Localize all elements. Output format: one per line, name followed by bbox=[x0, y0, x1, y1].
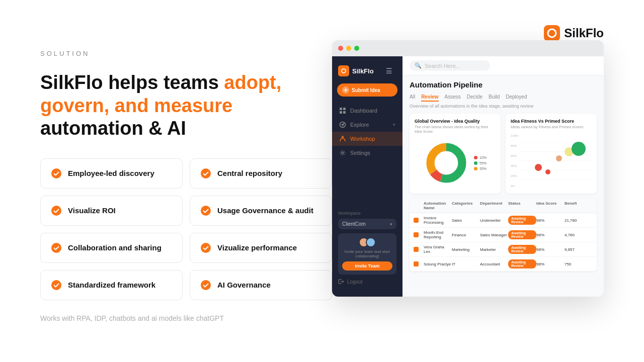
tab-all[interactable]: All bbox=[410, 93, 415, 102]
invite-team-button[interactable]: Invite Team bbox=[342, 261, 392, 270]
sidebar-bottom: Workspace ClientCom ▾ Invite your team a… bbox=[332, 205, 403, 291]
check-icon-viz-perf bbox=[200, 242, 211, 253]
donut-chart: 10% 55% 35% bbox=[415, 138, 496, 188]
svg-point-3 bbox=[51, 206, 61, 216]
sidebar-item-label-dashboard: Dashboard bbox=[350, 108, 377, 114]
status-badge-row2: Awaiting Review bbox=[508, 230, 536, 239]
chart-quality-subtitle: The chart below shows ideas sorted by th… bbox=[415, 125, 496, 134]
th-score: Idea Score bbox=[536, 201, 565, 210]
feature-card-governance: Usage Governance & audit bbox=[190, 196, 332, 226]
row3-benefit: 9,857 bbox=[565, 247, 593, 252]
app-mockup: SilkFlo ☰ Submit Idea Dashboard bbox=[332, 40, 604, 322]
features-grid: Employee-led discovery Central repositor… bbox=[40, 158, 332, 300]
legend-item-red: 10% bbox=[474, 156, 487, 159]
logout-item[interactable]: Logout bbox=[338, 275, 396, 285]
row4-dept: Accountant bbox=[480, 262, 508, 266]
feature-card-employee-led: Employee-led discovery bbox=[40, 158, 183, 189]
row4-benefit: 750 bbox=[565, 262, 593, 266]
sidebar-item-dashboard[interactable]: Dashboard bbox=[332, 104, 403, 118]
row1-status: Awaiting Review bbox=[508, 216, 536, 225]
sidebar-item-explore[interactable]: Explore ▾ bbox=[332, 118, 403, 132]
row1-benefit: 21,780 bbox=[565, 218, 593, 223]
row3-check[interactable] bbox=[414, 247, 424, 252]
feature-label-viz-perf: Vizualize performance bbox=[217, 243, 297, 252]
sidebar-menu-icon[interactable]: ☰ bbox=[386, 67, 396, 75]
tab-decide[interactable]: Decide bbox=[467, 93, 482, 102]
headline-normal: SilkFlo helps teams bbox=[40, 72, 224, 93]
chart-card-quality: Global Overview - Idea Quality The chart… bbox=[410, 114, 501, 194]
svg-point-4 bbox=[201, 206, 211, 216]
brand-name: SilkFlo bbox=[564, 26, 604, 40]
scatter-dot-5 bbox=[572, 142, 586, 156]
invite-section: Invite your team and start collaborating… bbox=[338, 233, 396, 275]
sidebar-item-workshop[interactable]: Workshop bbox=[332, 132, 403, 146]
charts-row: Global Overview - Idea Quality The chart… bbox=[410, 114, 597, 194]
main-content: Automation Pipeline All Review Assess De… bbox=[403, 75, 604, 297]
browser-window: SilkFlo ☰ Submit Idea Dashboard bbox=[332, 40, 604, 297]
feature-label-standardized: Standardized framework bbox=[68, 281, 155, 289]
row2-dept: Sales Manager bbox=[480, 233, 508, 237]
feature-card-ai-gov: AI Governance bbox=[190, 270, 332, 300]
svg-point-14 bbox=[342, 136, 344, 138]
y-label-20: 20% bbox=[511, 174, 518, 177]
app-topbar: 🔍 Search Here... bbox=[403, 56, 604, 75]
svg-rect-12 bbox=[343, 111, 346, 114]
workspace-selector[interactable]: ClientCom ▾ bbox=[338, 219, 396, 229]
tab-build[interactable]: Build bbox=[489, 93, 500, 102]
scatter-dot-2 bbox=[545, 169, 550, 174]
row4-status: Awaiting Review bbox=[508, 259, 536, 268]
feature-card-viz-perf: Vizualize performance bbox=[190, 233, 332, 263]
legend-dot-red bbox=[474, 156, 477, 159]
workspace-name: ClientCom bbox=[342, 221, 366, 227]
row4-cat: IT bbox=[452, 262, 480, 266]
sidebar-item-label-workshop: Workshop bbox=[350, 136, 375, 142]
row2-name: Month-End Reporting bbox=[424, 230, 452, 239]
sidebar-item-label-settings: Settings bbox=[350, 150, 370, 156]
row2-check[interactable] bbox=[414, 232, 424, 237]
tab-assess[interactable]: Assess bbox=[445, 93, 461, 102]
svg-rect-0 bbox=[544, 25, 560, 41]
table-header: Automation Name Categories Department St… bbox=[410, 199, 597, 213]
sidebar-logo: SilkFlo ☰ bbox=[332, 62, 403, 83]
browser-dot-yellow bbox=[346, 46, 351, 51]
pipeline-tabs: All Review Assess Decide Build Deployed bbox=[410, 93, 597, 102]
feature-card-collab: Collaboration and sharing bbox=[40, 233, 183, 263]
svg-rect-11 bbox=[340, 111, 342, 114]
th-status: Status bbox=[508, 201, 536, 210]
check-icon-central bbox=[200, 168, 211, 179]
avatar-2 bbox=[366, 237, 376, 247]
table-row: Solung Practye IT Accountant Awaiting Re… bbox=[410, 257, 597, 272]
row1-dept: Underwriter bbox=[480, 218, 508, 223]
sidebar-item-settings[interactable]: Settings bbox=[332, 146, 403, 160]
sidebar-logo-icon bbox=[338, 65, 349, 76]
search-bar[interactable]: 🔍 Search Here... bbox=[410, 60, 490, 71]
row4-name: Solung Practye bbox=[424, 262, 452, 266]
y-label-80: 80% bbox=[511, 144, 518, 147]
row3-name: Vera Graha Les bbox=[424, 245, 452, 254]
svg-point-6 bbox=[201, 243, 211, 253]
submit-plus-icon bbox=[342, 86, 349, 94]
left-panel: SOLUTION SilkFlo helps teams adopt, gove… bbox=[40, 40, 332, 322]
row1-check[interactable] bbox=[414, 218, 424, 223]
browser-bar bbox=[332, 40, 604, 56]
table-row: Vera Graha Les Marketing Marketer Awaiti… bbox=[410, 242, 597, 257]
y-label-60: 60% bbox=[511, 154, 518, 157]
row2-benefit: 4,760 bbox=[565, 233, 593, 237]
browser-dot-red bbox=[338, 46, 343, 51]
logout-label: Logout bbox=[347, 279, 363, 285]
svg-point-15 bbox=[342, 152, 344, 154]
chart-quality-title: Global Overview - Idea Quality bbox=[415, 119, 496, 124]
app-sidebar: SilkFlo ☰ Submit Idea Dashboard bbox=[332, 56, 403, 297]
th-name: Automation Name bbox=[424, 201, 452, 210]
y-label-0: 0% bbox=[511, 185, 518, 188]
row4-check[interactable] bbox=[414, 261, 424, 266]
svg-point-8 bbox=[201, 280, 211, 290]
submit-idea-button[interactable]: Submit Idea bbox=[337, 83, 397, 97]
works-with-text: Works with RPA, IDP, chatbots and ai mod… bbox=[40, 314, 332, 322]
tab-deployed[interactable]: Deployed bbox=[506, 93, 527, 102]
tab-review[interactable]: Review bbox=[421, 93, 438, 102]
row3-score: 98% bbox=[536, 247, 565, 252]
chart-fitness-subtitle: Ideas ranked by Fitness and Primed score… bbox=[511, 125, 592, 129]
feature-label-employee-led: Employee-led discovery bbox=[68, 169, 154, 177]
explore-chevron-icon: ▾ bbox=[393, 122, 395, 127]
